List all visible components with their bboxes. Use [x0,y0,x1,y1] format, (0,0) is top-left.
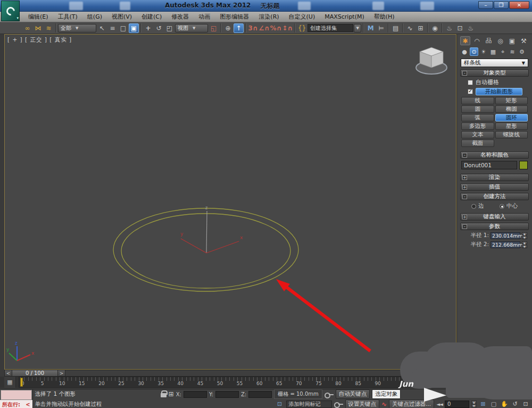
mirror-icon[interactable]: M [365,23,376,33]
select-object-icon[interactable]: ↖ [97,23,107,33]
name-color-header[interactable]: - 名称和颜色 [460,151,529,159]
section-button[interactable]: 截面 [461,140,494,147]
menu-item[interactable]: 工具(T) [53,13,82,21]
snap-toggle-3d-icon[interactable]: 3∩ [248,23,258,33]
restore-button[interactable]: ❐ [494,1,509,9]
unlink-selection-icon[interactable]: ⋈ [33,23,43,33]
selection-lock-icon[interactable] [161,393,167,397]
donut-outer-circle[interactable] [113,208,298,291]
menu-item[interactable]: MAXScript(M) [320,13,369,20]
ngon-button[interactable]: 多边形 [461,123,494,130]
frame-spinner[interactable]: ▲ ▼ [471,401,477,407]
spinner-down-icon[interactable]: ▼ [522,245,527,248]
zoom-region-mode-icon[interactable]: ▢ [489,400,498,408]
circle-button[interactable]: 圆 [461,105,494,113]
rendered-frame-window-icon[interactable]: ⊡ [455,23,465,33]
edit-named-selections-icon[interactable]: {} [297,23,307,33]
reference-coordinate-dropdown[interactable]: 视图 ▼ [175,24,208,32]
set-keys-icon[interactable] [325,391,334,397]
current-frame-field[interactable]: 0 [445,401,469,408]
select-by-name-icon[interactable]: ≡ [107,23,118,33]
edge-radio[interactable] [471,204,476,209]
modify-tab-icon[interactable]: ◠ [472,36,482,45]
utilities-tab-icon[interactable]: ⚒ [519,36,529,45]
material-editor-icon[interactable]: ◉ [430,23,440,33]
maxscript-mini-listener[interactable]: 所在行: < [0,389,33,408]
edge-radio-item[interactable]: 边 [471,202,484,210]
rendering-header[interactable]: + 渲染 [460,174,529,181]
star-button[interactable]: 星形 [495,123,528,130]
menu-item[interactable]: 编辑(E) [23,13,53,21]
hierarchy-tab-icon[interactable]: 品 [484,36,494,45]
spinner-down-icon[interactable]: ▼ [471,404,477,407]
rectangle-button[interactable]: 矩形 [495,97,528,104]
text-button[interactable]: 文本 [461,131,494,138]
object-type-header[interactable]: - 对象类型 [460,69,529,77]
set-key-button[interactable]: 设置关键点 [345,399,380,408]
menu-item[interactable]: 自定义(U) [284,13,320,21]
spinner-down-icon[interactable]: ▼ [522,236,527,239]
shape-class-dropdown[interactable]: 样条线 ▼ [461,59,528,67]
spinner-up-icon[interactable]: ▲ [471,401,477,404]
cameras-category-icon[interactable]: ▦ [489,47,497,56]
render-setup-icon[interactable]: ♨ [444,23,454,33]
helpers-category-icon[interactable]: ⌖ [498,47,507,56]
select-and-link-icon[interactable]: ∞ [22,23,32,33]
y-coordinate-field[interactable] [215,391,239,398]
angle-snap-icon[interactable]: ∠∩ [259,23,270,33]
collapse-icon[interactable]: - [462,153,467,158]
menu-item[interactable]: 创建(C) [137,13,167,21]
collapse-icon[interactable]: - [462,224,467,229]
layer-manager-icon[interactable]: ▤ [390,23,401,33]
systems-category-icon[interactable]: ⚙ [518,47,526,56]
close-button[interactable]: ✕ [509,1,529,9]
radius1-field[interactable]: 230.014mm [491,232,520,239]
helix-button[interactable]: 螺旋线 [495,131,528,138]
set-key-icon[interactable] [334,401,343,407]
start-new-shape-checkbox[interactable] [468,89,473,94]
auto-key-button[interactable]: 自动关键点 [336,389,370,399]
3dsmax-logo[interactable]: ▾ [1,1,20,21]
isolate-toggle-icon[interactable]: ⊞ [479,400,487,408]
keyboard-entry-header[interactable]: + 键盘输入 [460,213,529,221]
expand-icon[interactable]: + [462,215,467,219]
named-selection-dropdown[interactable]: ▼ [354,24,361,32]
collapse-icon[interactable]: - [462,71,467,76]
render-production-icon[interactable]: ♨ [466,23,476,33]
spinner-up-icon[interactable]: ▲ [522,241,527,244]
autogrid-checkbox[interactable] [468,80,473,85]
arc-button[interactable]: 弧 [461,114,494,121]
rectangular-region-icon[interactable]: □ [118,23,128,33]
shapes-category-icon[interactable]: ⊙ [470,47,478,56]
pan-view-icon[interactable]: ✋ [500,400,509,408]
selected-filter-button[interactable]: 选定对象 [372,389,401,399]
absolute-mode-icon[interactable]: ⊞ [169,390,174,398]
menu-item[interactable]: 帮助(H) [369,13,400,21]
macro-recorder-line[interactable] [1,390,32,400]
x-coordinate-field[interactable] [184,391,207,398]
create-tab-icon[interactable]: ✱ [460,36,470,45]
expand-icon[interactable]: + [462,175,467,180]
select-and-rotate-icon[interactable]: ↺ [154,23,164,33]
interpolation-header[interactable]: + 插值 [460,183,529,191]
radius2-spinner[interactable]: ▲ ▼ [522,241,527,248]
select-and-manipulate-icon[interactable]: ⊕ [223,23,233,33]
center-radio[interactable] [500,204,504,209]
object-name-field[interactable]: Donut001 [461,161,517,169]
z-coordinate-field[interactable] [248,391,272,398]
viewcube[interactable] [414,43,448,76]
listener-line[interactable]: 所在行: < [0,400,32,408]
time-slider-prev-icon[interactable]: < [5,370,12,376]
geometry-category-icon[interactable]: ● [460,47,469,56]
donut-button[interactable]: 圆环 [495,114,528,121]
minimize-button[interactable]: – [478,1,493,9]
time-slider[interactable]: < 0 / 100 > [4,370,456,377]
select-and-move-icon[interactable]: + [143,23,153,33]
menu-item[interactable]: 视图(V) [107,13,137,21]
key-curve-icon[interactable]: ∿ [381,401,387,408]
orbit-view-icon[interactable]: ↺ [511,400,519,408]
maximize-viewport-icon[interactable]: ⊡ [521,400,530,408]
selection-filter-dropdown[interactable]: 全部 ▼ [58,24,96,32]
center-radio-item[interactable]: 中心 [500,202,518,210]
lights-category-icon[interactable]: ☀ [479,47,488,56]
